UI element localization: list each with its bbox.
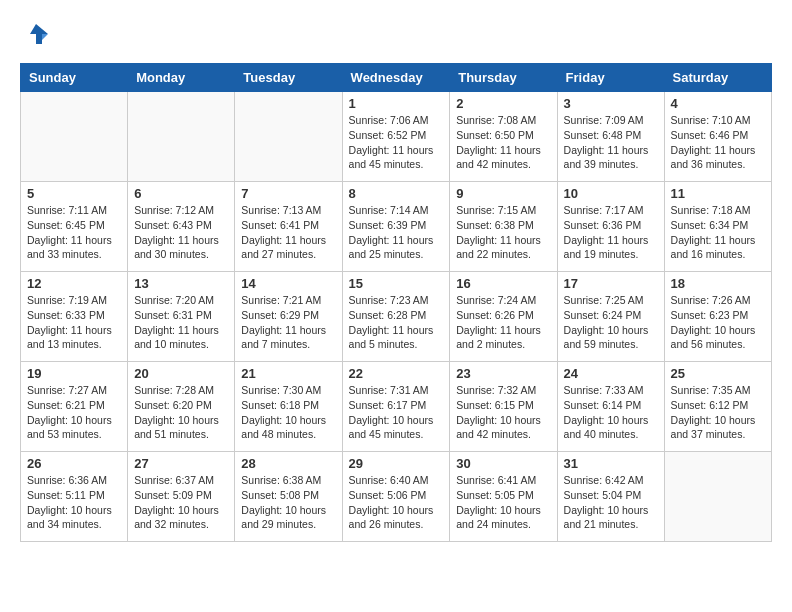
logo-icon (22, 20, 50, 48)
day-number: 29 (349, 456, 444, 471)
weekday-header-wednesday: Wednesday (342, 64, 450, 92)
calendar-cell: 1Sunrise: 7:06 AMSunset: 6:52 PMDaylight… (342, 92, 450, 182)
calendar-cell: 11Sunrise: 7:18 AMSunset: 6:34 PMDayligh… (664, 182, 771, 272)
calendar-cell: 30Sunrise: 6:41 AMSunset: 5:05 PMDayligh… (450, 452, 557, 542)
day-info: Sunrise: 7:35 AMSunset: 6:12 PMDaylight:… (671, 383, 765, 442)
day-info: Sunrise: 7:18 AMSunset: 6:34 PMDaylight:… (671, 203, 765, 262)
day-info: Sunrise: 7:25 AMSunset: 6:24 PMDaylight:… (564, 293, 658, 352)
calendar-cell (21, 92, 128, 182)
week-row-2: 5Sunrise: 7:11 AMSunset: 6:45 PMDaylight… (21, 182, 772, 272)
day-info: Sunrise: 6:42 AMSunset: 5:04 PMDaylight:… (564, 473, 658, 532)
weekday-header-sunday: Sunday (21, 64, 128, 92)
calendar-cell: 21Sunrise: 7:30 AMSunset: 6:18 PMDayligh… (235, 362, 342, 452)
day-info: Sunrise: 7:11 AMSunset: 6:45 PMDaylight:… (27, 203, 121, 262)
day-number: 11 (671, 186, 765, 201)
calendar-cell: 2Sunrise: 7:08 AMSunset: 6:50 PMDaylight… (450, 92, 557, 182)
calendar-cell: 17Sunrise: 7:25 AMSunset: 6:24 PMDayligh… (557, 272, 664, 362)
day-info: Sunrise: 7:19 AMSunset: 6:33 PMDaylight:… (27, 293, 121, 352)
calendar-cell: 26Sunrise: 6:36 AMSunset: 5:11 PMDayligh… (21, 452, 128, 542)
day-number: 23 (456, 366, 550, 381)
weekday-header-monday: Monday (128, 64, 235, 92)
calendar-cell: 12Sunrise: 7:19 AMSunset: 6:33 PMDayligh… (21, 272, 128, 362)
calendar-table: SundayMondayTuesdayWednesdayThursdayFrid… (20, 63, 772, 542)
day-number: 24 (564, 366, 658, 381)
day-info: Sunrise: 6:40 AMSunset: 5:06 PMDaylight:… (349, 473, 444, 532)
calendar-cell: 27Sunrise: 6:37 AMSunset: 5:09 PMDayligh… (128, 452, 235, 542)
day-info: Sunrise: 7:09 AMSunset: 6:48 PMDaylight:… (564, 113, 658, 172)
page-header (20, 20, 772, 53)
calendar-cell: 10Sunrise: 7:17 AMSunset: 6:36 PMDayligh… (557, 182, 664, 272)
day-info: Sunrise: 6:36 AMSunset: 5:11 PMDaylight:… (27, 473, 121, 532)
day-info: Sunrise: 7:14 AMSunset: 6:39 PMDaylight:… (349, 203, 444, 262)
calendar-cell: 8Sunrise: 7:14 AMSunset: 6:39 PMDaylight… (342, 182, 450, 272)
calendar-cell (664, 452, 771, 542)
calendar-cell: 4Sunrise: 7:10 AMSunset: 6:46 PMDaylight… (664, 92, 771, 182)
day-info: Sunrise: 7:12 AMSunset: 6:43 PMDaylight:… (134, 203, 228, 262)
day-number: 3 (564, 96, 658, 111)
day-number: 1 (349, 96, 444, 111)
day-number: 26 (27, 456, 121, 471)
svg-marker-1 (42, 34, 48, 40)
calendar-cell: 15Sunrise: 7:23 AMSunset: 6:28 PMDayligh… (342, 272, 450, 362)
calendar-cell: 29Sunrise: 6:40 AMSunset: 5:06 PMDayligh… (342, 452, 450, 542)
day-info: Sunrise: 7:08 AMSunset: 6:50 PMDaylight:… (456, 113, 550, 172)
calendar-cell: 5Sunrise: 7:11 AMSunset: 6:45 PMDaylight… (21, 182, 128, 272)
calendar-cell: 14Sunrise: 7:21 AMSunset: 6:29 PMDayligh… (235, 272, 342, 362)
calendar-cell: 19Sunrise: 7:27 AMSunset: 6:21 PMDayligh… (21, 362, 128, 452)
day-info: Sunrise: 7:15 AMSunset: 6:38 PMDaylight:… (456, 203, 550, 262)
calendar-cell: 18Sunrise: 7:26 AMSunset: 6:23 PMDayligh… (664, 272, 771, 362)
day-info: Sunrise: 7:24 AMSunset: 6:26 PMDaylight:… (456, 293, 550, 352)
calendar-cell (128, 92, 235, 182)
day-info: Sunrise: 7:06 AMSunset: 6:52 PMDaylight:… (349, 113, 444, 172)
day-number: 31 (564, 456, 658, 471)
day-info: Sunrise: 7:21 AMSunset: 6:29 PMDaylight:… (241, 293, 335, 352)
week-row-4: 19Sunrise: 7:27 AMSunset: 6:21 PMDayligh… (21, 362, 772, 452)
day-number: 27 (134, 456, 228, 471)
week-row-5: 26Sunrise: 6:36 AMSunset: 5:11 PMDayligh… (21, 452, 772, 542)
calendar-cell: 31Sunrise: 6:42 AMSunset: 5:04 PMDayligh… (557, 452, 664, 542)
day-number: 25 (671, 366, 765, 381)
day-number: 30 (456, 456, 550, 471)
day-info: Sunrise: 7:13 AMSunset: 6:41 PMDaylight:… (241, 203, 335, 262)
calendar-cell: 7Sunrise: 7:13 AMSunset: 6:41 PMDaylight… (235, 182, 342, 272)
day-info: Sunrise: 7:31 AMSunset: 6:17 PMDaylight:… (349, 383, 444, 442)
day-number: 6 (134, 186, 228, 201)
week-row-1: 1Sunrise: 7:06 AMSunset: 6:52 PMDaylight… (21, 92, 772, 182)
calendar-cell: 24Sunrise: 7:33 AMSunset: 6:14 PMDayligh… (557, 362, 664, 452)
day-number: 7 (241, 186, 335, 201)
day-number: 5 (27, 186, 121, 201)
day-info: Sunrise: 7:33 AMSunset: 6:14 PMDaylight:… (564, 383, 658, 442)
day-info: Sunrise: 7:32 AMSunset: 6:15 PMDaylight:… (456, 383, 550, 442)
weekday-header-friday: Friday (557, 64, 664, 92)
day-number: 18 (671, 276, 765, 291)
day-number: 8 (349, 186, 444, 201)
day-number: 12 (27, 276, 121, 291)
day-info: Sunrise: 7:28 AMSunset: 6:20 PMDaylight:… (134, 383, 228, 442)
day-info: Sunrise: 6:37 AMSunset: 5:09 PMDaylight:… (134, 473, 228, 532)
day-number: 15 (349, 276, 444, 291)
day-info: Sunrise: 6:41 AMSunset: 5:05 PMDaylight:… (456, 473, 550, 532)
calendar-cell: 16Sunrise: 7:24 AMSunset: 6:26 PMDayligh… (450, 272, 557, 362)
calendar-cell (235, 92, 342, 182)
calendar-cell: 22Sunrise: 7:31 AMSunset: 6:17 PMDayligh… (342, 362, 450, 452)
day-number: 4 (671, 96, 765, 111)
weekday-header-saturday: Saturday (664, 64, 771, 92)
day-number: 17 (564, 276, 658, 291)
calendar-cell: 13Sunrise: 7:20 AMSunset: 6:31 PMDayligh… (128, 272, 235, 362)
day-number: 2 (456, 96, 550, 111)
day-number: 16 (456, 276, 550, 291)
day-info: Sunrise: 7:10 AMSunset: 6:46 PMDaylight:… (671, 113, 765, 172)
calendar-cell: 6Sunrise: 7:12 AMSunset: 6:43 PMDaylight… (128, 182, 235, 272)
logo (20, 20, 50, 53)
calendar-cell: 25Sunrise: 7:35 AMSunset: 6:12 PMDayligh… (664, 362, 771, 452)
day-number: 14 (241, 276, 335, 291)
week-row-3: 12Sunrise: 7:19 AMSunset: 6:33 PMDayligh… (21, 272, 772, 362)
day-info: Sunrise: 7:23 AMSunset: 6:28 PMDaylight:… (349, 293, 444, 352)
calendar-cell: 23Sunrise: 7:32 AMSunset: 6:15 PMDayligh… (450, 362, 557, 452)
day-number: 21 (241, 366, 335, 381)
day-number: 13 (134, 276, 228, 291)
day-number: 19 (27, 366, 121, 381)
weekday-header-row: SundayMondayTuesdayWednesdayThursdayFrid… (21, 64, 772, 92)
day-info: Sunrise: 7:26 AMSunset: 6:23 PMDaylight:… (671, 293, 765, 352)
day-info: Sunrise: 7:27 AMSunset: 6:21 PMDaylight:… (27, 383, 121, 442)
